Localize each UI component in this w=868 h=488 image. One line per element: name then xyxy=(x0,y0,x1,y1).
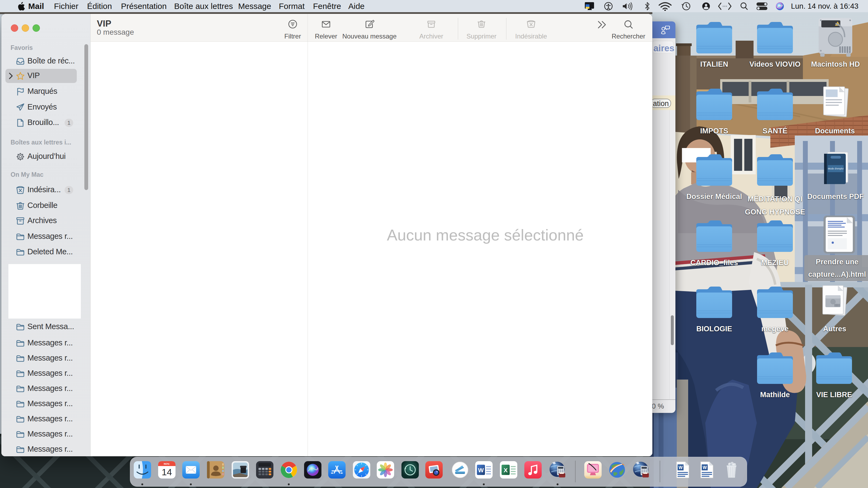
svg-text:W: W xyxy=(703,465,707,470)
svg-text:14: 14 xyxy=(162,467,172,477)
svg-text:Mode d'emploi: Mode d'emploi xyxy=(828,167,844,170)
svg-text:X: X xyxy=(504,467,508,474)
svg-text:W: W xyxy=(678,465,683,470)
svg-text:W: W xyxy=(478,467,484,474)
svg-text:NOV.: NOV. xyxy=(164,462,170,465)
